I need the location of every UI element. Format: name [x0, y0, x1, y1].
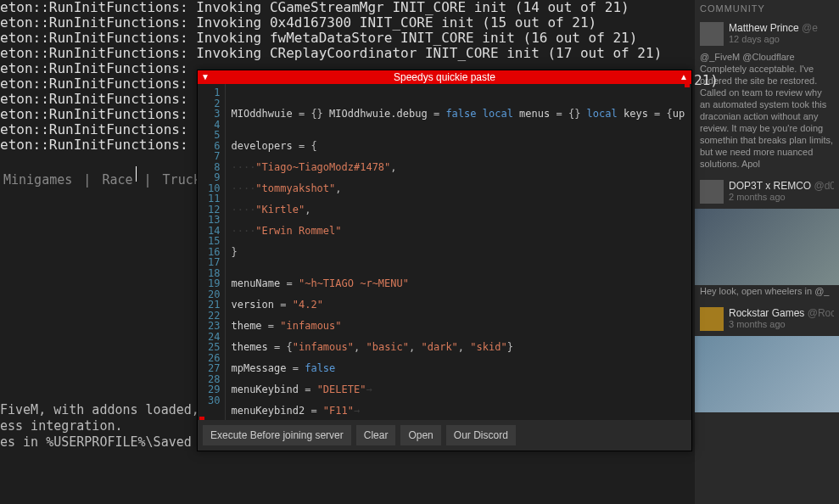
nav-race[interactable]: Race — [98, 172, 136, 188]
editor-body[interactable]: 1 2 3 4 5 6 7 8 9 10 11 12 13 14 15 16 1… — [198, 84, 691, 420]
feed-item[interactable]: Rockstar Games @Roc 3 months ago — [695, 302, 839, 336]
feed-body: Hey look, open wheelers in @_ — [695, 285, 839, 302]
scroll-marker — [199, 417, 204, 420]
video-thumbnail[interactable] — [695, 209, 839, 285]
triangle-up-icon: ▲ — [680, 70, 688, 84]
video-thumbnail[interactable] — [695, 336, 839, 412]
timestamp: 2 months ago — [729, 192, 834, 202]
avatar — [700, 180, 724, 204]
code-editor-window: ▼ Speedys quickie paste ▲ 1 2 3 4 5 6 7 … — [197, 70, 692, 451]
editor-footer: Execute Before joining server Clear Open… — [198, 420, 691, 451]
timestamp: 3 months ago — [729, 319, 834, 329]
execute-button[interactable]: Execute Before joining server — [203, 425, 351, 445]
avatar — [700, 22, 724, 46]
feed-body: @_FiveM @Cloudflare Completely acceptabl… — [695, 51, 839, 175]
feed-item[interactable]: DOP3T x REMCO @d0p 2 months ago — [695, 175, 839, 209]
console-fragment: 21) — [694, 72, 719, 88]
timestamp: 12 days ago — [729, 34, 834, 44]
editor-titlebar[interactable]: ▼ Speedys quickie paste ▲ — [198, 70, 691, 84]
author-name: Matthew Prince @e — [729, 22, 834, 34]
editor-title-text: Speedys quickie paste — [394, 71, 495, 83]
discord-button[interactable]: Our Discord — [446, 425, 516, 445]
nav-minigames[interactable]: Minigames — [0, 172, 76, 188]
author-name: DOP3T x REMCO @d0p — [729, 180, 834, 192]
clear-button[interactable]: Clear — [356, 425, 396, 445]
feed-item[interactable]: Matthew Prince @e 12 days ago — [695, 17, 839, 51]
scroll-marker — [685, 84, 690, 87]
community-heading: COMMUNITY — [695, 0, 839, 17]
triangle-down-icon: ▼ — [201, 70, 210, 84]
open-button[interactable]: Open — [400, 425, 440, 445]
bottom-text-fragment: FiveM, with addons loaded, Fiv ess integ… — [0, 402, 230, 451]
code-area[interactable]: MIOddhwuie = {} MIOddhwuie.debug = false… — [226, 84, 691, 420]
author-name: Rockstar Games @Roc — [729, 307, 834, 319]
line-number-gutter: 1 2 3 4 5 6 7 8 9 10 11 12 13 14 15 16 1… — [198, 84, 226, 420]
avatar — [700, 307, 724, 331]
